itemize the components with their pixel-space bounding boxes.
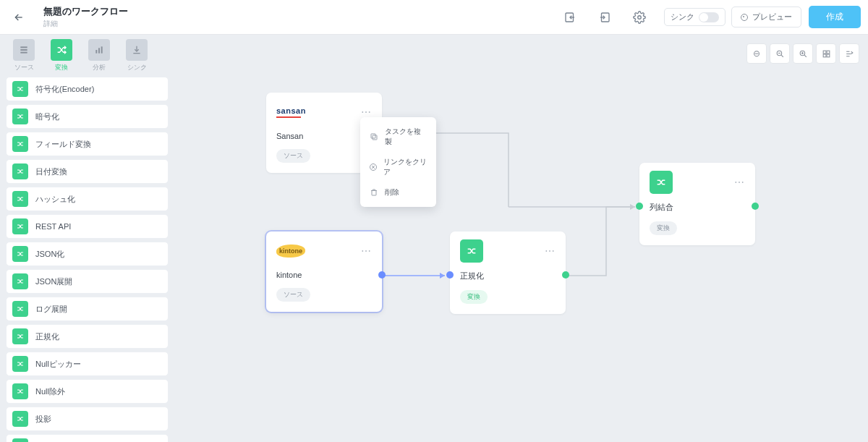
port-out[interactable] <box>378 271 386 279</box>
preview-icon <box>741 14 748 21</box>
settings-icon[interactable] <box>626 4 652 30</box>
tab-analyze[interactable]: 分析 <box>88 39 110 72</box>
trash-icon <box>369 187 379 197</box>
svg-rect-17 <box>373 135 377 140</box>
toggle-switch[interactable] <box>699 12 719 22</box>
palette-item[interactable]: 日付変換 <box>6 159 169 184</box>
svg-marker-15 <box>440 273 445 279</box>
svg-rect-3 <box>20 46 27 48</box>
copy-icon <box>369 132 379 142</box>
tab-transform[interactable]: 変換 <box>51 39 72 72</box>
workflow-title[interactable]: 無題のワークフロー <box>43 5 128 18</box>
transform-chip-icon <box>12 411 28 427</box>
clear-icon <box>369 162 378 172</box>
sync-label: シンク <box>671 12 694 22</box>
node-kintone[interactable]: kintone ⋯ kintone ソース <box>266 231 382 312</box>
palette-item[interactable]: JSON化 <box>6 242 169 266</box>
node-menu-button[interactable]: ⋯ <box>361 106 372 118</box>
node-badge-source: ソース <box>276 149 310 163</box>
node-title: kintone <box>276 271 372 279</box>
palette-item-label: 日付変換 <box>35 166 67 177</box>
rows-icon <box>13 39 35 61</box>
palette-item[interactable]: ログ展開 <box>6 297 169 321</box>
transform-chip-icon <box>12 328 28 344</box>
palette-item[interactable]: フィールド変換 <box>6 132 169 156</box>
palette-item-label: JSON化 <box>35 249 64 260</box>
transform-chip-icon <box>12 273 28 289</box>
transform-chip-icon <box>12 438 28 442</box>
node-badge-transform: 変換 <box>650 221 677 235</box>
palette-tabs: ソース 変換 分析 シンク <box>6 39 169 72</box>
palette-item-label: ログ展開 <box>35 304 67 315</box>
svg-point-2 <box>638 15 642 19</box>
svg-rect-6 <box>95 50 97 54</box>
transform-chip-icon <box>12 81 28 97</box>
svg-rect-18 <box>371 134 375 138</box>
fit-button[interactable] <box>816 43 836 64</box>
tab-sink[interactable]: シンク <box>126 39 148 72</box>
port-in[interactable] <box>636 203 643 210</box>
node-menu-button[interactable]: ⋯ <box>545 245 556 257</box>
svg-rect-4 <box>20 49 27 51</box>
auto-layout-button[interactable] <box>839 43 859 64</box>
tab-source[interactable]: ソース <box>13 39 35 72</box>
node-normalize[interactable]: ⋯ 正規化 変換 <box>450 231 566 314</box>
top-bar: 無題のワークフロー 詳細 シンク プレビュー 作成 <box>0 0 868 35</box>
node-menu-button[interactable]: ⋯ <box>734 177 745 188</box>
port-out[interactable] <box>752 203 759 210</box>
port-in[interactable] <box>446 271 454 279</box>
transform-chip-icon <box>12 301 28 317</box>
node-menu-button[interactable]: ⋯ <box>361 245 372 257</box>
palette-item[interactable]: Null除外 <box>6 379 169 404</box>
palette-item-label: ハッシュ化 <box>35 194 75 205</box>
create-button[interactable]: 作成 <box>809 6 861 28</box>
palette-item[interactable]: 符号化(Encoder) <box>6 77 169 101</box>
palette-item[interactable]: JSON展開 <box>6 269 169 294</box>
import-icon[interactable] <box>557 4 583 30</box>
zoom-in-button[interactable] <box>793 43 813 64</box>
transform-chip-icon <box>12 356 28 372</box>
svg-rect-14 <box>827 54 830 57</box>
palette-item-label: Null除外 <box>35 386 65 397</box>
stats-icon <box>88 39 110 61</box>
palette-item[interactable]: ハッシュ化 <box>6 187 169 211</box>
port-out[interactable] <box>562 271 569 279</box>
shuffle-icon <box>51 39 72 61</box>
zoom-out-button[interactable] <box>770 43 790 64</box>
svg-rect-7 <box>98 48 100 53</box>
svg-rect-20 <box>372 191 376 196</box>
palette-item[interactable]: 正規化 <box>6 324 169 349</box>
ctx-duplicate[interactable]: タスクを複製 <box>360 122 436 152</box>
palette-item[interactable]: REST API <box>6 214 169 239</box>
node-title: 列結合 <box>650 202 745 213</box>
transform-chip-icon <box>12 109 28 124</box>
palette-item-label: フィールド変換 <box>35 139 91 150</box>
ctx-delete[interactable]: 削除 <box>360 182 436 203</box>
export-icon[interactable] <box>592 4 618 30</box>
transform-icon <box>650 171 673 194</box>
transform-chip-icon <box>12 218 28 234</box>
palette-item-label: JSON展開 <box>35 276 72 287</box>
palette-item-label: 投影 <box>35 414 51 425</box>
back-button[interactable] <box>7 6 30 29</box>
palette-item[interactable]: 置換 <box>6 434 169 442</box>
download-icon <box>126 39 148 61</box>
svg-rect-11 <box>823 51 826 54</box>
context-menu: タスクを複製 リンクをクリア 削除 <box>360 117 436 207</box>
svg-rect-12 <box>827 51 830 54</box>
zoom-reset-button[interactable]: ⊖ <box>746 43 767 64</box>
node-coljoin[interactable]: ⋯ 列結合 変換 <box>639 163 755 245</box>
palette-item[interactable]: 暗号化 <box>6 104 169 129</box>
svg-rect-8 <box>101 46 103 53</box>
transform-chip-icon <box>12 246 28 262</box>
sync-toggle[interactable]: シンク <box>664 8 726 26</box>
transform-chip-icon <box>12 191 28 207</box>
transform-chip-icon <box>12 136 28 152</box>
transform-icon <box>460 239 483 263</box>
palette-item[interactable]: 投影 <box>6 407 169 431</box>
svg-rect-13 <box>823 54 826 57</box>
palette-item[interactable]: Nullピッカー <box>6 352 169 376</box>
ctx-clear-link[interactable]: リンクをクリア <box>360 152 436 182</box>
preview-button[interactable]: プレビュー <box>731 7 801 27</box>
palette-item-label: REST API <box>35 222 71 231</box>
